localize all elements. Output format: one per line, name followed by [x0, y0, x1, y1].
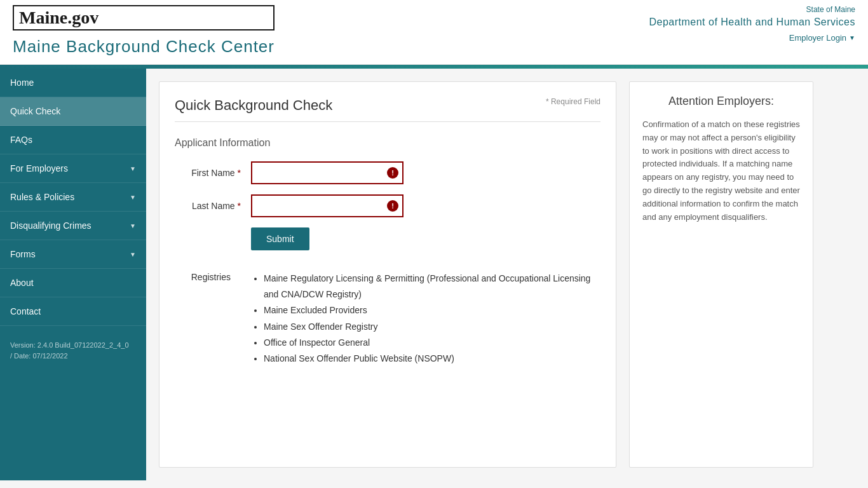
chevron-down-icon: ▼ [130, 222, 136, 229]
date-text: / Date: 07/12/2022 [10, 352, 68, 360]
sidebar-item-disqualifying-crimes-label: Disqualifying Crimes [10, 220, 92, 231]
main-content: Quick Background Check * Required Field … [146, 69, 868, 480]
first-name-label: First Name * [175, 168, 251, 178]
first-name-row: First Name * ! [175, 161, 600, 184]
first-name-input-wrapper: ! [251, 161, 403, 184]
sidebar-item-about-label: About [10, 278, 34, 288]
sidebar-item-rules-policies[interactable]: Rules & Policies ▼ [0, 183, 146, 212]
form-panel: Quick Background Check * Required Field … [159, 81, 616, 468]
first-name-required: * [238, 168, 241, 178]
registries-label: Registries [175, 271, 241, 367]
employer-login-button[interactable]: Employer Login ▼ [789, 33, 855, 43]
last-name-error-icon: ! [387, 200, 398, 212]
registries-section: Registries Maine Regulatory Licensing & … [175, 271, 600, 367]
last-name-input[interactable] [251, 194, 403, 217]
registries-list: Maine Regulatory Licensing & Permitting … [251, 271, 600, 367]
sidebar-item-forms[interactable]: Forms ▼ [0, 240, 146, 269]
sidebar-item-disqualifying-crimes[interactable]: Disqualifying Crimes ▼ [0, 212, 146, 240]
list-item: Maine Regulatory Licensing & Permitting … [264, 271, 600, 302]
sidebar-item-rules-policies-label: Rules & Policies [10, 192, 74, 202]
required-field-label: * Required Field [546, 97, 600, 106]
dropdown-arrow-icon: ▼ [849, 34, 855, 41]
sidebar-item-quick-check-label: Quick Check [10, 106, 60, 116]
sidebar: Home Quick Check FAQs For Employers ▼ Ru… [0, 69, 146, 480]
sidebar-item-home[interactable]: Home [0, 69, 146, 97]
sidebar-item-contact[interactable]: Contact [0, 297, 146, 326]
list-item: National Sex Offender Public Website (NS… [264, 351, 600, 367]
form-title: Quick Background Check [175, 97, 332, 114]
sidebar-version: Version: 2.4.0 Build_07122022_2_4_0 / Da… [0, 332, 146, 369]
sidebar-item-faqs[interactable]: FAQs [0, 126, 146, 154]
state-label: State of Maine [649, 5, 855, 14]
submit-button[interactable]: Submit [251, 227, 309, 250]
version-text: Version: 2.4.0 Build_07122022_2_4_0 [10, 341, 129, 349]
site-title: Maine Background Check Center [13, 34, 275, 59]
employer-login-label: Employer Login [789, 33, 846, 43]
sidebar-item-faqs-label: FAQs [10, 135, 32, 145]
chevron-down-icon: ▼ [130, 194, 136, 201]
sidebar-item-forms-label: Forms [10, 249, 36, 259]
list-item: Office of Inspector General [264, 335, 600, 351]
last-name-row: Last Name * ! [175, 194, 600, 217]
last-name-input-wrapper: ! [251, 194, 403, 217]
sidebar-item-for-employers[interactable]: For Employers ▼ [0, 154, 146, 183]
last-name-label: Last Name * [175, 201, 251, 211]
logo-area: Maine.gov Maine Background Check Center [13, 5, 275, 59]
chevron-down-icon: ▼ [130, 251, 136, 258]
list-item: Maine Excluded Providers [264, 302, 600, 318]
page-layout: Home Quick Check FAQs For Employers ▼ Ru… [0, 69, 868, 480]
sidebar-item-quick-check[interactable]: Quick Check [0, 97, 146, 126]
header: Maine.gov Maine Background Check Center … [0, 0, 868, 65]
sidebar-item-contact-label: Contact [10, 306, 41, 316]
sidebar-item-home-label: Home [10, 78, 34, 88]
info-panel-title: Attention Employers: [642, 95, 800, 108]
list-item: Maine Sex Offender Registry [264, 319, 600, 335]
info-panel-text: Confirmation of a match on these registr… [642, 118, 800, 224]
first-name-error-icon: ! [387, 167, 398, 179]
first-name-input[interactable] [251, 161, 403, 184]
sidebar-item-about[interactable]: About [0, 269, 146, 297]
last-name-required: * [238, 201, 241, 211]
chevron-down-icon: ▼ [130, 165, 136, 172]
maine-gov-logo[interactable]: Maine.gov [13, 5, 275, 30]
sidebar-item-for-employers-label: For Employers [10, 163, 68, 173]
section-title: Applicant Information [175, 137, 600, 149]
header-right: State of Maine Department of Health and … [649, 5, 855, 43]
form-panel-header: Quick Background Check * Required Field [175, 97, 600, 122]
info-panel: Attention Employers: Confirmation of a m… [629, 81, 813, 468]
dept-name: Department of Health and Human Services [649, 17, 855, 28]
